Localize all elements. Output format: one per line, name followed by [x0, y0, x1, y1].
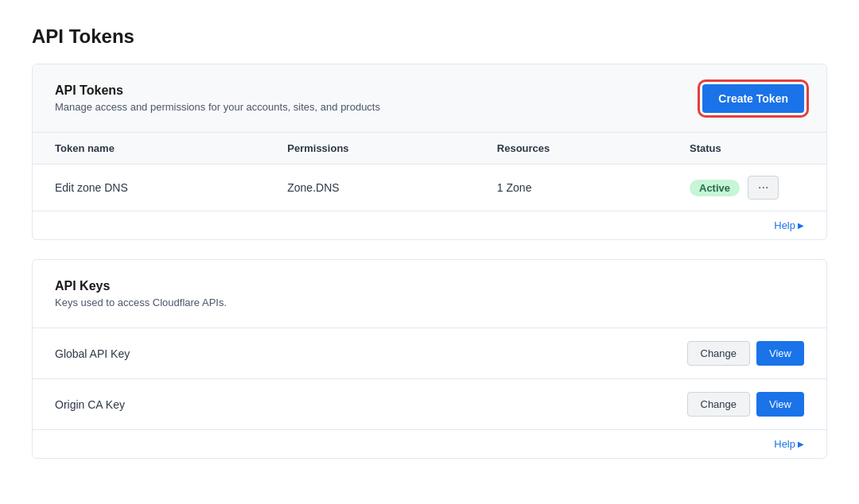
api-keys-description: Keys used to access Cloudflare APIs.: [55, 297, 804, 308]
api-tokens-table-head: Token name Permissions Resources Status: [33, 133, 826, 165]
origin-ca-key-actions: Change View: [687, 392, 805, 417]
api-tokens-header-text: API Tokens Manage access and permissions…: [55, 83, 380, 113]
api-tokens-help-row: Help: [33, 211, 826, 239]
token-actions-button[interactable]: ···: [748, 176, 779, 200]
resources-cell: 1 Zone: [475, 165, 667, 211]
col-resources: Resources: [475, 133, 667, 165]
api-tokens-card-header: API Tokens Manage access and permissions…: [33, 64, 826, 133]
api-tokens-card: API Tokens Manage access and permissions…: [32, 64, 827, 240]
global-api-key-change-button[interactable]: Change: [687, 341, 751, 366]
status-actions: Active ···: [690, 176, 804, 200]
col-permissions: Permissions: [265, 133, 475, 165]
api-keys-header: API Keys Keys used to access Cloudflare …: [33, 260, 826, 328]
col-token-name: Token name: [33, 133, 265, 165]
global-api-key-actions: Change View: [687, 341, 805, 366]
api-tokens-help-link[interactable]: Help: [774, 219, 804, 231]
api-keys-heading: API Keys: [55, 279, 804, 293]
origin-ca-key-change-button[interactable]: Change: [687, 392, 751, 417]
api-keys-help-link[interactable]: Help: [774, 438, 804, 450]
col-status: Status: [667, 133, 826, 165]
global-api-key-label: Global API Key: [55, 347, 130, 360]
page-title: API Tokens: [32, 25, 827, 48]
origin-ca-key-label: Origin CA Key: [55, 398, 125, 411]
create-token-button[interactable]: Create Token: [702, 84, 804, 113]
global-api-key-row: Global API Key Change View: [33, 328, 826, 379]
api-tokens-description: Manage access and permissions for your a…: [55, 101, 380, 113]
api-keys-card: API Keys Keys used to access Cloudflare …: [32, 259, 827, 459]
table-row: Edit zone DNS Zone.DNS 1 Zone Active ···: [33, 165, 826, 211]
status-cell: Active ···: [667, 165, 826, 211]
permissions-cell: Zone.DNS: [265, 165, 475, 211]
status-badge: Active: [690, 180, 740, 196]
token-name-cell: Edit zone DNS: [33, 165, 265, 211]
global-api-key-view-button[interactable]: View: [756, 341, 804, 366]
origin-ca-key-row: Origin CA Key Change View: [33, 379, 826, 430]
origin-ca-key-view-button[interactable]: View: [756, 392, 804, 417]
api-keys-help-row: Help: [33, 430, 826, 458]
api-tokens-table: Token name Permissions Resources Status …: [33, 133, 826, 211]
api-tokens-table-body: Edit zone DNS Zone.DNS 1 Zone Active ···: [33, 165, 826, 211]
api-tokens-heading: API Tokens: [55, 83, 380, 98]
